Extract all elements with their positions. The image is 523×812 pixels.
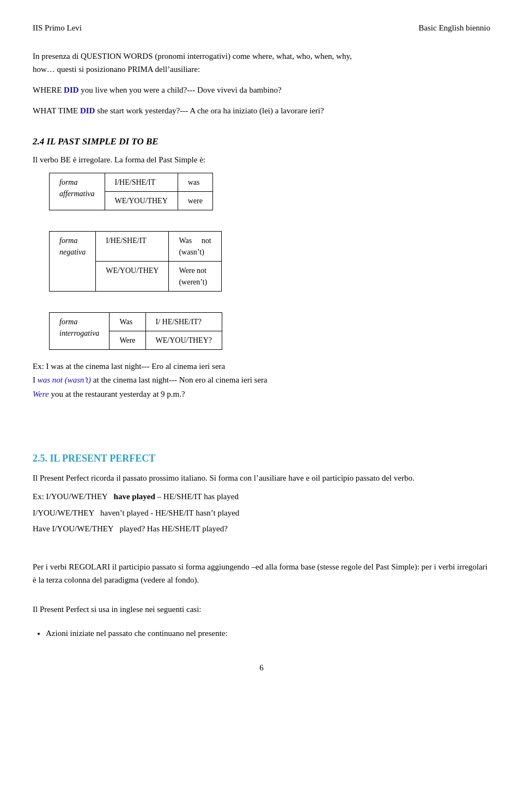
cell-int-was: Was bbox=[110, 312, 145, 331]
cell-was: was bbox=[178, 173, 212, 191]
intro-paragraph: In presenza di QUESTION WORDS (pronomi i… bbox=[33, 50, 490, 76]
section25-ex2: I/YOU/WE/THEY haven’t played - HE/SHE/IT… bbox=[33, 506, 490, 520]
cell-were: were bbox=[178, 191, 212, 210]
intro-example2-post: she start work yesterday?--- A che ora h… bbox=[95, 106, 324, 115]
page-header: IIS Primo Levi Basic English biennio bbox=[33, 22, 490, 34]
intro-example1: WHERE DID you live when you were a child… bbox=[33, 83, 490, 96]
intro-example1-post: you live when you were a child?--- Dove … bbox=[79, 86, 282, 94]
example24-1: Ex: I was at the cinema last night--- Er… bbox=[33, 360, 490, 374]
table-interrogativa: formainterrogativa Was I/ HE/SHE/IT? Wer… bbox=[49, 312, 222, 350]
section25-para1: Il Present Perfect ricorda il passato pr… bbox=[33, 471, 490, 484]
table-affermativa: formaaffermativa I/HE/SHE/IT was WE/YOU/… bbox=[49, 173, 213, 210]
example24-2: I was not (wasn’t) at the cinema last ni… bbox=[33, 373, 490, 387]
section24-examples: Ex: I was at the cinema last night--- Er… bbox=[33, 360, 490, 402]
example24-3: Were you at the restaurant yesterday at … bbox=[33, 387, 490, 402]
section24-title: 2.4 IL PAST SIMPLE DI TO BE bbox=[33, 135, 490, 149]
intro-did2: DID bbox=[80, 106, 95, 115]
intro-example2-pre: WHAT TIME bbox=[33, 106, 80, 115]
label-negativa: formanegativa bbox=[50, 231, 96, 291]
ex1-have-played: have played bbox=[114, 492, 155, 501]
cell-werenot: Were not(weren’t) bbox=[169, 261, 221, 291]
intro-example1-pre: WHERE bbox=[33, 86, 64, 94]
intro-example2: WHAT TIME DID she start work yesterday?-… bbox=[33, 104, 490, 117]
cell-int-were: Were bbox=[110, 331, 145, 349]
section25-ex-intro: Ex: I/YOU/WE/THEY have played – HE/SHE/I… bbox=[33, 490, 490, 504]
section25-para3: Il Present Perfect si usa in inglese nei… bbox=[33, 603, 490, 616]
label-interrogativa: formainterrogativa bbox=[50, 312, 110, 349]
section25-title: 2.5. IL PRESENT PERFECT bbox=[33, 451, 490, 466]
cell-neg-ihe: I/HE/SHE/IT bbox=[96, 231, 169, 261]
page-number: 6 bbox=[33, 662, 490, 674]
document-title: Basic English biennio bbox=[418, 22, 490, 34]
cell-weyou: WE/YOU/THEY bbox=[105, 191, 178, 210]
intro-line1: In presenza di QUESTION WORDS (pronomi i… bbox=[33, 52, 352, 60]
ex1-post: – HE/SHE/IT has played bbox=[155, 492, 239, 501]
section25-list: Azioni iniziate nel passato che continua… bbox=[33, 627, 490, 640]
cell-int-weyou: WE/YOU/THEY? bbox=[145, 331, 222, 349]
section24-subtitle: Il verbo BE è irregolare. La forma del P… bbox=[33, 154, 490, 166]
cell-ihe: I/HE/SHE/IT bbox=[105, 173, 178, 191]
section25-ex3: Have I/YOU/WE/THEY played? Has HE/SHE/IT… bbox=[33, 522, 490, 536]
cell-int-ihe: I/ HE/SHE/IT? bbox=[145, 312, 222, 331]
label-affermativa: formaaffermativa bbox=[50, 173, 105, 210]
list-item-1: Azioni iniziate nel passato che continua… bbox=[46, 627, 490, 640]
section25-para2: Per i verbi REGOLARI il participio passa… bbox=[33, 560, 490, 586]
table-negativa: formanegativa I/HE/SHE/IT Was not(wasn’t… bbox=[49, 231, 222, 292]
cell-neg-weyou: WE/YOU/THEY bbox=[96, 261, 169, 291]
school-name: IIS Primo Levi bbox=[33, 22, 82, 34]
ex1-pre: I/YOU/WE/THEY bbox=[46, 492, 114, 501]
intro-line2: how… questi si posizionano PRIMA dell’au… bbox=[33, 65, 200, 74]
intro-did1: DID bbox=[64, 86, 79, 94]
cell-wasnot: Was not(wasn’t) bbox=[169, 231, 221, 261]
